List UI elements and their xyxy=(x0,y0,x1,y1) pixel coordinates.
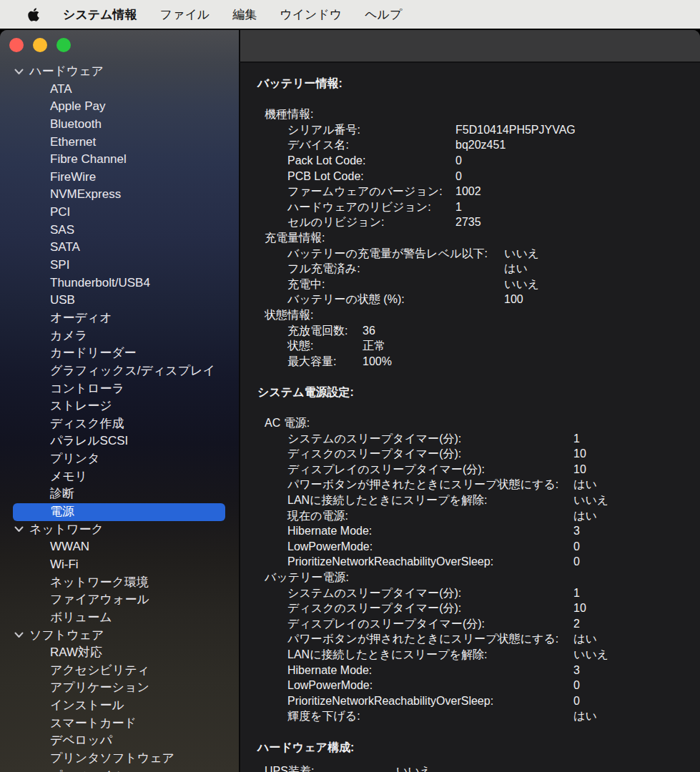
info-row: デバイス名:bq20z451 xyxy=(245,137,700,153)
menu-item-4[interactable]: ヘルプ xyxy=(365,6,402,23)
sidebar-item[interactable]: ATA xyxy=(13,81,225,99)
row-label: ハードウェアのリビジョン: xyxy=(287,199,455,215)
sidebar-item[interactable]: カメラ xyxy=(13,327,225,345)
menu-item-0[interactable]: システム情報 xyxy=(63,6,137,23)
sidebar-item[interactable]: カードリーダー xyxy=(13,345,225,362)
info-row: ファームウェアのバージョン:1002 xyxy=(245,184,700,199)
row-label: パワーボタンが押されたときにスリープ状態にする: xyxy=(287,631,573,647)
info-row: ディスクのスリープタイマー(分):10 xyxy=(245,446,700,462)
info-row: 現在の電源:はい xyxy=(245,508,700,524)
row-value: 1 xyxy=(573,431,580,447)
subsection-label: 機種情報: xyxy=(245,107,700,122)
info-row: フル充電済み:はい xyxy=(245,261,700,277)
sidebar-item[interactable]: SATA xyxy=(13,239,225,257)
row-value: はい xyxy=(573,477,597,493)
row-value: 0 xyxy=(573,693,580,709)
row-label: シリアル番号: xyxy=(287,122,455,138)
sidebar-item[interactable]: ボリューム xyxy=(13,609,225,627)
sidebar-item[interactable]: ストレージ xyxy=(13,397,225,415)
info-row: パワーボタンが押されたときにスリープ状態にする:はい xyxy=(245,631,700,647)
sidebar-item[interactable]: プロファイル xyxy=(13,768,225,772)
row-label: Hibernate Mode: xyxy=(287,523,573,539)
apple-logo-icon[interactable] xyxy=(27,7,40,22)
traffic-lights xyxy=(9,38,80,52)
window-titlebar[interactable] xyxy=(239,30,700,63)
row-value: 0 xyxy=(573,539,580,555)
chevron-down-icon[interactable] xyxy=(14,632,24,638)
section-heading: ハードウェア構成: xyxy=(245,740,700,756)
sidebar-item[interactable]: ディスク作成 xyxy=(13,415,225,433)
row-label: 輝度を下げる: xyxy=(287,708,573,724)
sidebar-item[interactable]: Wi-Fi xyxy=(13,556,225,574)
sidebar-group-2[interactable]: ソフトウェア xyxy=(13,627,225,645)
menu-item-3[interactable]: ウインドウ xyxy=(280,6,342,23)
sidebar-item[interactable]: コントローラ xyxy=(13,380,225,398)
info-row: 最大容量:100% xyxy=(245,354,700,370)
sidebar-item[interactable]: デベロッパ xyxy=(13,732,225,750)
row-value: いいえ xyxy=(504,277,539,292)
sidebar-item[interactable]: プリンタソフトウェア xyxy=(13,750,225,768)
subsection-label: 状態情報: xyxy=(245,307,700,323)
chevron-down-icon[interactable] xyxy=(14,526,24,533)
info-row: LowPowerMode:0 xyxy=(245,678,700,693)
sidebar-item[interactable]: グラフィックス/ディスプレイ xyxy=(13,362,225,380)
sidebar: ハードウェアATAApple PayBluetoothEthernetFibre… xyxy=(0,30,239,772)
row-label: PrioritizeNetworkReachabilityOverSleep: xyxy=(287,554,573,570)
chevron-down-icon[interactable] xyxy=(14,69,24,75)
info-row: 充放電回数:36 xyxy=(245,323,700,339)
info-row: シリアル番号:F5D10414PH5PJYVAG xyxy=(245,122,700,138)
zoom-button[interactable] xyxy=(56,38,71,52)
close-button[interactable] xyxy=(9,38,24,52)
sidebar-item[interactable]: アプリケーション xyxy=(13,679,225,697)
info-row: PrioritizeNetworkReachabilityOverSleep:0 xyxy=(245,693,700,709)
row-label: バッテリーの充電量が警告レベル以下: xyxy=(287,246,504,262)
sidebar-item[interactable]: RAW対応 xyxy=(13,644,225,662)
sidebar-item[interactable]: オーディオ xyxy=(13,310,225,327)
sidebar-item[interactable]: インストール xyxy=(13,697,225,715)
row-label: フル充電済み: xyxy=(287,261,504,277)
sidebar-item[interactable]: PCI xyxy=(13,204,225,222)
info-row: ディスプレイのスリープタイマー(分):2 xyxy=(245,616,700,632)
sidebar-tree: ハードウェアATAApple PayBluetoothEthernetFibre… xyxy=(0,63,239,772)
sidebar-item[interactable]: ネットワーク環境 xyxy=(13,574,225,592)
minimize-button[interactable] xyxy=(33,38,47,52)
sidebar-item[interactable]: メモリ xyxy=(13,468,225,486)
row-label: セルのリビジョン: xyxy=(287,214,455,230)
sidebar-item[interactable]: SAS xyxy=(13,222,225,239)
row-value: いいえ xyxy=(504,246,539,262)
sidebar-item[interactable]: スマートカード xyxy=(13,715,225,733)
row-label: 現在の電源: xyxy=(287,508,573,524)
sidebar-item[interactable]: NVMExpress xyxy=(13,186,225,204)
info-row: PrioritizeNetworkReachabilityOverSleep:0 xyxy=(245,554,700,570)
sidebar-item[interactable]: FireWire xyxy=(13,169,225,187)
sidebar-item[interactable]: SPI xyxy=(13,257,225,274)
info-row: 充電中:いいえ xyxy=(245,277,700,292)
content-area: バッテリー情報:機種情報:シリアル番号:F5D10414PH5PJYVAGデバイ… xyxy=(239,63,700,772)
row-label: ディスプレイのスリープタイマー(分): xyxy=(287,616,573,632)
menu-item-1[interactable]: ファイル xyxy=(160,6,210,23)
sidebar-item[interactable]: パラレルSCSI xyxy=(13,432,225,450)
info-row: LANに接続したときにスリープを解除:いいえ xyxy=(245,493,700,508)
sidebar-item[interactable]: 診断 xyxy=(13,485,225,503)
sidebar-item[interactable]: Bluetooth xyxy=(13,116,225,134)
sidebar-group-1[interactable]: ネットワーク xyxy=(13,521,225,539)
row-label: PrioritizeNetworkReachabilityOverSleep: xyxy=(287,693,573,709)
info-row: 輝度を下げる:はい xyxy=(245,708,700,724)
sidebar-item[interactable]: USB xyxy=(13,292,225,310)
right-pane: バッテリー情報:機種情報:シリアル番号:F5D10414PH5PJYVAGデバイ… xyxy=(239,30,700,772)
sidebar-item[interactable]: Ethernet xyxy=(13,134,225,152)
sidebar-item[interactable]: ファイアウォール xyxy=(13,591,225,609)
row-value: 2 xyxy=(573,616,580,632)
sidebar-group-0[interactable]: ハードウェア xyxy=(13,63,225,81)
sidebar-item[interactable]: アクセシビリティ xyxy=(13,662,225,680)
sidebar-item[interactable]: Apple Pay xyxy=(13,98,225,116)
sidebar-item[interactable]: Thunderbolt/USB4 xyxy=(13,274,225,292)
sidebar-item[interactable]: WWAN xyxy=(13,538,225,556)
menu-item-2[interactable]: 編集 xyxy=(232,6,257,23)
row-value: 0 xyxy=(573,678,580,693)
sidebar-item[interactable]: 電源 xyxy=(13,503,225,521)
sidebar-item[interactable]: プリンタ xyxy=(13,450,225,468)
row-label: 充放電回数: xyxy=(287,323,363,339)
info-row: LowPowerMode:0 xyxy=(245,539,700,555)
sidebar-item[interactable]: Fibre Channel xyxy=(13,151,225,169)
